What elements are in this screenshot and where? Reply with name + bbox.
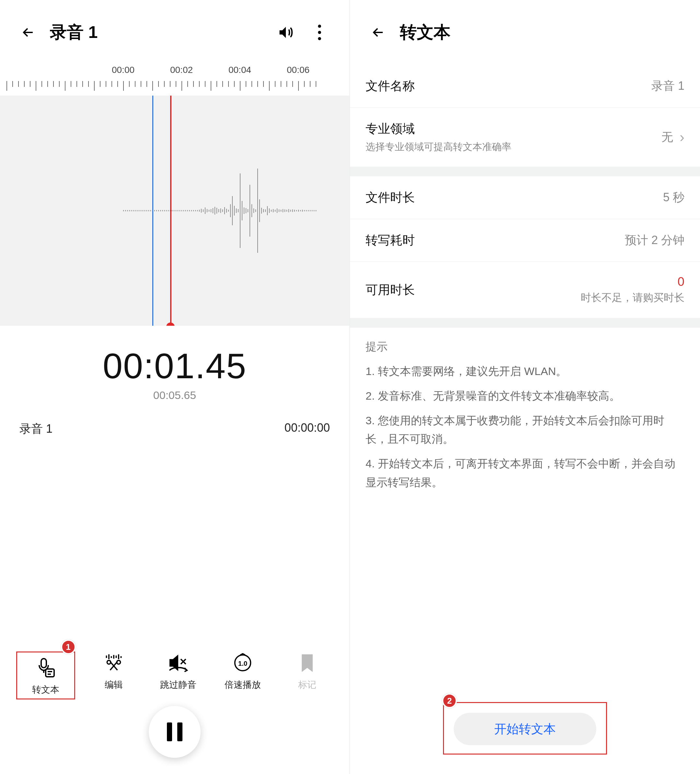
duration-row: 文件时长 5 秒 xyxy=(350,176,700,219)
recording-name: 录音 1 xyxy=(20,421,53,437)
available-sub: 时长不足，请购买时长 xyxy=(581,291,684,305)
svg-point-1 xyxy=(318,31,321,34)
domain-value: 无 xyxy=(662,129,673,145)
speed-label: 倍速播放 xyxy=(225,679,261,691)
domain-label: 专业领域 xyxy=(366,121,512,137)
start-button-label: 开始转文本 xyxy=(494,721,556,738)
pause-button[interactable] xyxy=(149,706,201,758)
transcribe-label: 转文本 xyxy=(32,683,59,696)
available-row: 可用时长 0 时长不足，请购买时长 xyxy=(350,262,700,318)
time-display: 00:01.45 00:05.65 xyxy=(0,345,349,402)
more-button[interactable] xyxy=(309,22,330,43)
speaker-icon xyxy=(277,24,294,41)
duration-value: 5 秒 xyxy=(663,190,684,205)
speaker-button[interactable] xyxy=(276,22,296,43)
available-value: 0 xyxy=(581,275,684,289)
svg-rect-4 xyxy=(46,669,54,677)
speed-icon: 1.0 xyxy=(231,652,254,674)
time-label: 00:06 xyxy=(287,65,309,75)
chevron-right-icon: › xyxy=(680,129,684,145)
transcribe-highlight: 1 转文本 xyxy=(16,652,75,700)
step-badge-2: 2 xyxy=(442,693,457,708)
total-time: 00:05.65 xyxy=(0,389,349,402)
tips-section: 提示 1. 转文本需要网络，建议先开启 WLAN。 2. 发音标准、无背景噪音的… xyxy=(350,328,700,509)
playhead-dot[interactable] xyxy=(166,322,175,326)
recording-timestamp: 00:00:00 xyxy=(284,421,330,437)
recording-title: 录音 1 xyxy=(50,21,97,44)
time-label: 00:04 xyxy=(228,65,251,75)
arrow-left-icon xyxy=(20,25,36,40)
svg-text:1.0: 1.0 xyxy=(238,660,248,667)
recording-info-row: 录音 1 00:00:00 xyxy=(0,402,349,437)
duration-label: 文件时长 xyxy=(366,189,415,206)
svg-point-0 xyxy=(318,25,321,28)
kebab-icon xyxy=(318,25,322,40)
skip-silence-button[interactable]: 跳过静音 xyxy=(152,652,204,700)
edit-icon xyxy=(102,652,125,674)
file-name-row: 文件名称 录音 1 xyxy=(350,65,700,108)
start-transcribe-button[interactable]: 开始转文本 xyxy=(454,713,596,745)
transcribe-icon xyxy=(35,657,57,679)
transcribe-time-value: 预计 2 分钟 xyxy=(625,232,684,248)
toolbar: 1 转文本 编辑 跳过静音 xyxy=(0,652,349,700)
current-time: 00:01.45 xyxy=(0,345,349,386)
transcribe-button[interactable]: 转文本 xyxy=(20,657,72,696)
svg-rect-3 xyxy=(41,658,46,668)
arrow-left-icon xyxy=(370,25,386,40)
mark-label: 标记 xyxy=(298,679,316,691)
speed-button[interactable]: 1.0 倍速播放 xyxy=(217,652,269,700)
bookmark-icon xyxy=(296,652,319,674)
timeline-ruler[interactable] xyxy=(0,81,349,96)
waveform-area[interactable] xyxy=(0,96,349,326)
back-button[interactable] xyxy=(370,24,387,41)
transcribe-title: 转文本 xyxy=(400,21,451,44)
domain-row[interactable]: 专业领域 选择专业领域可提高转文本准确率 无 › xyxy=(350,108,700,167)
skip-silence-icon xyxy=(167,652,190,674)
domain-sub: 选择专业领域可提高转文本准确率 xyxy=(366,141,512,154)
pause-icon xyxy=(167,723,182,741)
svg-point-2 xyxy=(318,37,321,40)
cursor-line xyxy=(152,96,153,326)
available-label: 可用时长 xyxy=(366,282,415,298)
timeline-labels: 00:00 00:02 00:04 00:06 xyxy=(0,65,349,81)
transcribe-time-label: 转写耗时 xyxy=(366,232,415,249)
svg-point-5 xyxy=(107,661,111,664)
start-highlight: 2 开始转文本 xyxy=(443,702,607,754)
mark-button: 标记 xyxy=(281,652,333,700)
skip-silence-label: 跳过静音 xyxy=(160,679,196,691)
tip-text: 2. 发音标准、无背景噪音的文件转文本准确率较高。 xyxy=(366,387,684,405)
time-label: 00:02 xyxy=(170,65,193,75)
transcribe-pane: 转文本 文件名称 录音 1 专业领域 选择专业领域可提高转文本准确率 无 › 文… xyxy=(350,0,700,774)
time-label: 00:00 xyxy=(112,65,134,75)
tip-text: 1. 转文本需要网络，建议先开启 WLAN。 xyxy=(366,362,684,381)
tips-header: 提示 xyxy=(366,339,684,354)
playhead-line[interactable] xyxy=(170,96,172,326)
player-header: 录音 1 xyxy=(0,0,349,65)
edit-label: 编辑 xyxy=(105,679,123,691)
step-badge-1: 1 xyxy=(61,640,76,654)
tip-text: 3. 您使用的转文本属于收费功能，开始转文本后会扣除可用时长，且不可取消。 xyxy=(366,411,684,449)
svg-point-6 xyxy=(117,661,120,664)
back-button[interactable] xyxy=(20,24,37,41)
file-name-value: 录音 1 xyxy=(651,78,684,94)
file-name-label: 文件名称 xyxy=(366,78,415,94)
player-pane: 录音 1 00:00 00:02 00:04 00:06 00:01.45 00… xyxy=(0,0,350,774)
tip-text: 4. 开始转文本后，可离开转文本界面，转写不会中断，并会自动显示转写结果。 xyxy=(366,455,684,492)
transcribe-header: 转文本 xyxy=(350,0,700,65)
edit-button[interactable]: 编辑 xyxy=(88,652,140,700)
transcribe-time-row: 转写耗时 预计 2 分钟 xyxy=(350,219,700,262)
